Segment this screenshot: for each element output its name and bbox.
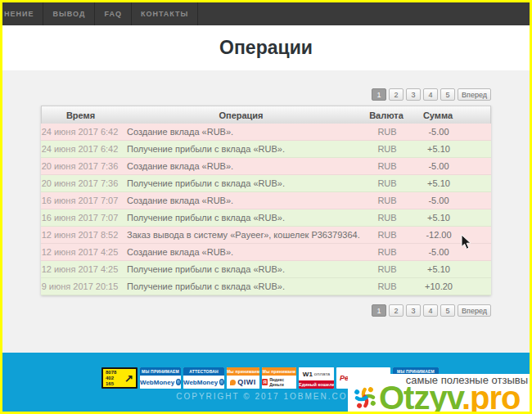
column-header-operation: Операция xyxy=(119,110,363,120)
qiwi-label: QIWI xyxy=(237,378,256,386)
cell-currency: RUB xyxy=(363,127,411,137)
cell-operation: Создание вклада «RUB». xyxy=(119,247,363,257)
cell-operation: Получение прибыли с вклада «RUB». xyxy=(119,178,363,188)
counter-numbers: 8078 402 165 xyxy=(106,370,116,387)
cell-operation: Создание вклада «RUB». xyxy=(119,127,363,137)
cell-operation: Получение прибыли с вклада «RUB». xyxy=(119,213,363,223)
page-button-2[interactable]: 2 xyxy=(389,304,404,317)
table-row: 9 июня 2017 20:15 Получение прибыли с вк… xyxy=(41,278,491,295)
table-row: 12 июня 2017 4:25 Получение прибыли с вк… xyxy=(41,261,491,278)
w1-wallet-badge[interactable]: W1 оплата Единый кошелек xyxy=(299,367,334,389)
table-row: 16 июня 2017 7:07 Создание вклада «RUB».… xyxy=(41,192,491,209)
cell-amount: +10.20 xyxy=(411,281,467,291)
cell-amount: +5.10 xyxy=(411,144,467,154)
otzyv-logo-orange: .pro xyxy=(462,380,521,412)
cell-time: 24 июня 2017 6:42 xyxy=(41,144,119,154)
otzyv-logo-green: Otzyv xyxy=(379,380,462,412)
badge-header: МЫ ПРИНИМАЕМ xyxy=(140,367,181,376)
cell-amount: -5.00 xyxy=(411,247,467,257)
next-page-button[interactable]: Вперед xyxy=(458,304,491,317)
webmoney-accept-badge[interactable]: МЫ ПРИНИМАЕМ WebMoney xyxy=(140,367,181,389)
table-row: 24 июня 2017 6:42 Получение прибыли с вк… xyxy=(41,141,491,158)
yandex-money-label: Яндекс Деньги xyxy=(269,377,296,387)
content-area: 12345Вперед Время Операция Валюта Сумма … xyxy=(2,70,530,353)
page-button-3[interactable]: 3 xyxy=(406,88,421,101)
nav-item-vyvod[interactable]: ВЫВОД xyxy=(43,2,95,25)
cell-amount: +5.10 xyxy=(411,264,467,274)
qiwi-badge[interactable]: Мы принимаем QIWI xyxy=(227,367,259,389)
badge-header: Мы принимаем xyxy=(227,367,259,376)
mouse-cursor xyxy=(461,234,472,250)
qiwi-bird-icon xyxy=(230,380,236,385)
webmoney-label: WebMoney xyxy=(140,379,174,386)
column-header-amount: Сумма xyxy=(410,110,466,120)
operations-table: Время Операция Валюта Сумма 24 июня 2017… xyxy=(41,106,491,295)
page: НЕНИЕ ВЫВОД FAQ КОНТАКТЫ Операции 12345В… xyxy=(0,0,532,414)
cell-currency: RUB xyxy=(363,161,411,171)
cell-amount: -12.00 xyxy=(411,230,467,240)
table-row: 20 июня 2017 7:36 Создание вклада «RUB».… xyxy=(41,158,491,175)
page-button-2[interactable]: 2 xyxy=(389,88,404,101)
webmoney-globe-icon xyxy=(176,379,181,385)
column-header-time: Время xyxy=(42,110,119,120)
nav-item-faq[interactable]: FAQ xyxy=(95,2,132,25)
nav-item-popolnenie[interactable]: НЕНИЕ xyxy=(2,2,43,25)
cell-currency: RUB xyxy=(363,230,411,240)
visit-counter-badge[interactable]: 8078 402 165 ↗ xyxy=(101,367,138,389)
page-button-4[interactable]: 4 xyxy=(423,304,438,317)
cell-operation: Создание вклада «RUB». xyxy=(119,196,363,205)
yandex-money-badge[interactable]: Мы принимаем Я Яндекс Деньги xyxy=(262,367,296,389)
page-title: Операции xyxy=(219,37,313,59)
cell-currency: RUB xyxy=(363,247,411,257)
next-page-button[interactable]: Вперед xyxy=(458,88,491,101)
cell-time: 12 июня 2017 4:25 xyxy=(41,264,119,274)
webmoney-label: WebMoney xyxy=(183,379,218,386)
cell-time: 16 июня 2017 7:07 xyxy=(41,213,119,223)
table-header-row: Время Операция Валюта Сумма xyxy=(41,106,491,124)
w1-pay-label: оплата xyxy=(314,371,330,376)
pagination-bottom: 12345Вперед xyxy=(41,304,491,317)
cell-operation: Получение прибыли с вклада «RUB». xyxy=(119,144,363,154)
table-row: 16 июня 2017 7:07 Получение прибыли с вк… xyxy=(41,209,491,227)
cell-currency: RUB xyxy=(363,144,411,154)
cell-amount: +5.10 xyxy=(411,213,467,223)
cell-amount: -5.00 xyxy=(411,127,467,137)
cell-currency: RUB xyxy=(363,178,411,188)
cell-currency: RUB xyxy=(363,196,411,205)
column-header-currency: Валюта xyxy=(363,110,410,120)
cell-time: 16 июня 2017 7:07 xyxy=(41,196,119,205)
page-button-1[interactable]: 1 xyxy=(372,304,386,317)
webmoney-attested-badge[interactable]: АТТЕСТОВАН WebMoney xyxy=(183,367,224,389)
nav-item-kontakty[interactable]: КОНТАКТЫ xyxy=(132,2,198,25)
w1-logo: W1 xyxy=(303,371,313,378)
cell-currency: RUB xyxy=(363,264,411,274)
yandex-logo-icon: Я xyxy=(262,379,268,385)
otzyv-people-icon xyxy=(351,384,379,412)
cell-time: 9 июня 2017 20:15 xyxy=(41,281,119,291)
table-row: 20 июня 2017 7:36 Получение прибыли с вк… xyxy=(41,175,491,192)
table-row: 12 июня 2017 4:25 Создание вклада «RUB».… xyxy=(41,244,491,261)
cell-time: 20 июня 2017 7:36 xyxy=(41,161,119,171)
page-button-5[interactable]: 5 xyxy=(440,88,455,101)
cell-operation: Получение прибыли с вклада «RUB». xyxy=(119,264,363,274)
cell-time: 12 июня 2017 4:25 xyxy=(41,247,119,257)
cell-amount: +5.10 xyxy=(411,178,467,188)
badge-header: Мы принимаем xyxy=(262,367,296,376)
table-body: 24 июня 2017 6:42 Создание вклада «RUB».… xyxy=(41,124,491,295)
cell-currency: RUB xyxy=(363,281,411,291)
page-button-3[interactable]: 3 xyxy=(406,304,421,317)
cell-operation: Заказ вывода в систему «Payeer», кошелек… xyxy=(119,230,363,240)
webmoney-globe-icon xyxy=(219,379,224,385)
otzyv-watermark: самые полезные отзывы xyxy=(348,374,530,412)
w1-wallet-label: Единый кошелек xyxy=(299,380,334,389)
cell-operation: Создание вклада «RUB». xyxy=(119,161,363,171)
page-button-4[interactable]: 4 xyxy=(423,88,438,101)
table-row: 24 июня 2017 6:42 Создание вклада «RUB».… xyxy=(41,124,491,141)
page-button-5[interactable]: 5 xyxy=(440,304,455,317)
cell-time: 12 июня 2017 8:52 xyxy=(41,230,119,240)
page-header: Операции xyxy=(2,25,530,70)
cell-time: 20 июня 2017 7:36 xyxy=(41,178,119,188)
arrow-up-right-icon: ↗ xyxy=(124,373,133,384)
cell-operation: Получение прибыли с вклада «RUB». xyxy=(119,281,363,291)
page-button-1[interactable]: 1 xyxy=(372,88,386,101)
